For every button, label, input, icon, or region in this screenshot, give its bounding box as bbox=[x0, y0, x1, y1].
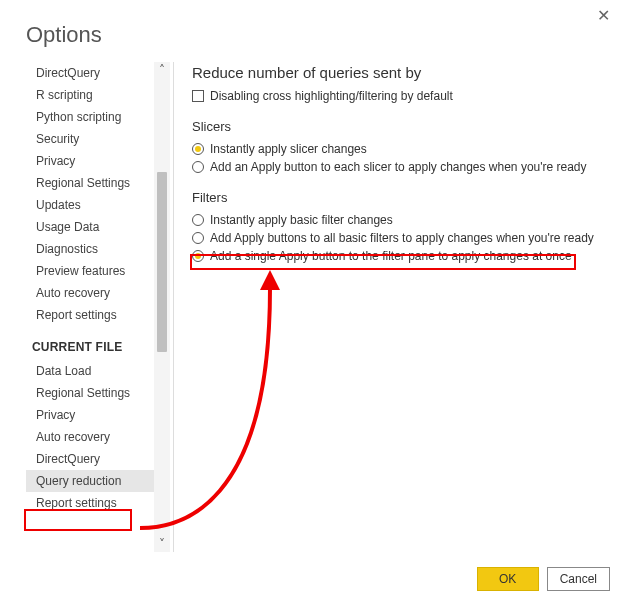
radio-slicer-apply[interactable]: Add an Apply button to each slicer to ap… bbox=[192, 158, 608, 176]
sidebar-section-current-file: CURRENT FILE bbox=[26, 326, 154, 360]
radio-icon bbox=[192, 143, 204, 155]
sidebar-list: DirectQuery R scripting Python scripting… bbox=[26, 62, 154, 552]
radio-label: Add a single Apply button to the filter … bbox=[210, 249, 572, 263]
sidebar-item-privacy-file[interactable]: Privacy bbox=[26, 404, 154, 426]
ok-button[interactable]: OK bbox=[477, 567, 539, 591]
sidebar-item-python-scripting[interactable]: Python scripting bbox=[26, 106, 154, 128]
sidebar-item-regional-settings-file[interactable]: Regional Settings bbox=[26, 382, 154, 404]
sidebar-item-data-load[interactable]: Data Load bbox=[26, 360, 154, 382]
dialog-title: Options bbox=[0, 0, 624, 62]
radio-filter-instant[interactable]: Instantly apply basic filter changes bbox=[192, 211, 608, 229]
close-button[interactable]: ✕ bbox=[597, 6, 610, 25]
radio-icon bbox=[192, 250, 204, 262]
radio-filter-apply-single[interactable]: Add a single Apply button to the filter … bbox=[192, 247, 608, 265]
scroll-thumb[interactable] bbox=[157, 172, 167, 352]
section-title-filters: Filters bbox=[192, 190, 608, 205]
sidebar-item-updates[interactable]: Updates bbox=[26, 194, 154, 216]
radio-label: Instantly apply slicer changes bbox=[210, 142, 367, 156]
chevron-up-icon: ˄ bbox=[159, 63, 165, 77]
dialog-footer: OK Cancel bbox=[477, 567, 610, 591]
radio-filter-apply-each[interactable]: Add Apply buttons to all basic filters t… bbox=[192, 229, 608, 247]
chevron-down-icon: ˅ bbox=[159, 537, 165, 551]
content-pane: Reduce number of queries sent by Disabli… bbox=[174, 62, 624, 552]
sidebar-item-auto-recovery[interactable]: Auto recovery bbox=[26, 282, 154, 304]
radio-icon bbox=[192, 161, 204, 173]
sidebar-item-diagnostics[interactable]: Diagnostics bbox=[26, 238, 154, 260]
section-title-slicers: Slicers bbox=[192, 119, 608, 134]
scroll-down-button[interactable]: ˅ bbox=[154, 536, 170, 552]
sidebar-item-privacy[interactable]: Privacy bbox=[26, 150, 154, 172]
sidebar-item-regional-settings[interactable]: Regional Settings bbox=[26, 172, 154, 194]
section-title-reduce: Reduce number of queries sent by bbox=[192, 64, 608, 81]
sidebar-item-preview-features[interactable]: Preview features bbox=[26, 260, 154, 282]
sidebar-item-report-settings-file[interactable]: Report settings bbox=[26, 492, 154, 514]
checkbox-icon bbox=[192, 90, 204, 102]
sidebar-item-directquery[interactable]: DirectQuery bbox=[26, 62, 154, 84]
sidebar-item-directquery-file[interactable]: DirectQuery bbox=[26, 448, 154, 470]
sidebar: DirectQuery R scripting Python scripting… bbox=[26, 62, 174, 552]
sidebar-item-query-reduction[interactable]: Query reduction bbox=[26, 470, 154, 492]
radio-label: Instantly apply basic filter changes bbox=[210, 213, 393, 227]
sidebar-item-r-scripting[interactable]: R scripting bbox=[26, 84, 154, 106]
radio-icon bbox=[192, 232, 204, 244]
radio-label: Add Apply buttons to all basic filters t… bbox=[210, 231, 594, 245]
checkbox-cross-highlight[interactable]: Disabling cross highlighting/filtering b… bbox=[192, 87, 608, 105]
checkbox-label: Disabling cross highlighting/filtering b… bbox=[210, 89, 453, 103]
sidebar-item-auto-recovery-file[interactable]: Auto recovery bbox=[26, 426, 154, 448]
radio-label: Add an Apply button to each slicer to ap… bbox=[210, 160, 587, 174]
sidebar-scrollbar[interactable]: ˄ ˅ bbox=[154, 62, 170, 552]
scroll-up-button[interactable]: ˄ bbox=[154, 62, 170, 78]
sidebar-item-usage-data[interactable]: Usage Data bbox=[26, 216, 154, 238]
sidebar-item-report-settings[interactable]: Report settings bbox=[26, 304, 154, 326]
sidebar-item-security[interactable]: Security bbox=[26, 128, 154, 150]
cancel-button[interactable]: Cancel bbox=[547, 567, 610, 591]
radio-slicer-instant[interactable]: Instantly apply slicer changes bbox=[192, 140, 608, 158]
radio-icon bbox=[192, 214, 204, 226]
close-icon: ✕ bbox=[597, 7, 610, 24]
dialog-body: DirectQuery R scripting Python scripting… bbox=[0, 62, 624, 552]
